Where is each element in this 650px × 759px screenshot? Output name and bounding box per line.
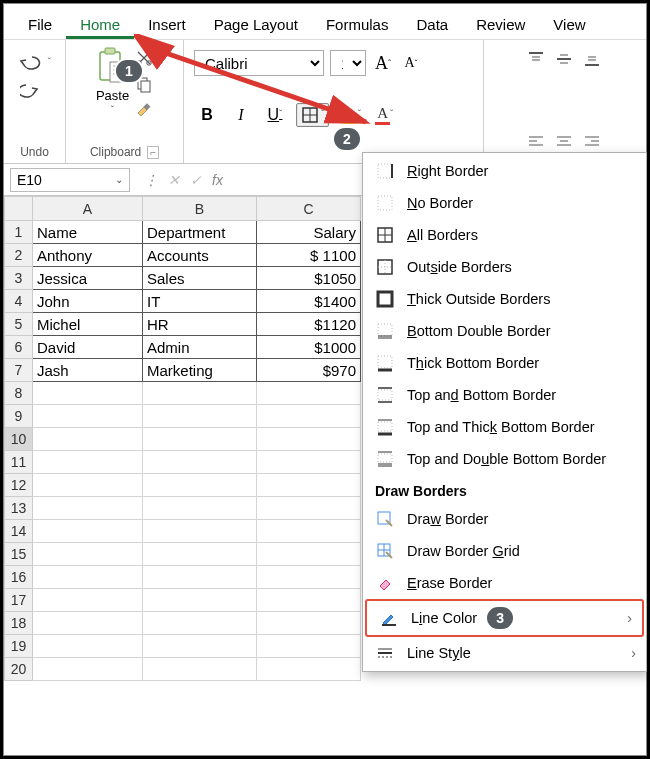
cell[interactable]: Jash [33, 359, 143, 382]
cell[interactable] [33, 382, 143, 405]
paste-label[interactable]: Paste [96, 88, 129, 103]
col-header-c[interactable]: C [257, 197, 361, 221]
italic-button[interactable]: I [228, 102, 254, 128]
col-header-b[interactable]: B [143, 197, 257, 221]
cell[interactable] [257, 589, 361, 612]
menu-top-bottom-border[interactable]: Top and Bottom Border [363, 379, 646, 411]
name-box[interactable]: E10 ⌄ [10, 168, 130, 192]
cell[interactable] [143, 405, 257, 428]
menu-bottom-double-border[interactable]: Bottom Double Border [363, 315, 646, 347]
row-header[interactable]: 12 [5, 474, 33, 497]
increase-font-icon[interactable]: Aˆ [372, 52, 394, 74]
tab-review[interactable]: Review [462, 10, 539, 39]
align-bottom-icon[interactable] [583, 50, 603, 70]
tab-pagelayout[interactable]: Page Layout [200, 10, 312, 39]
underline-button[interactable]: U ˇ [262, 102, 288, 128]
font-color-button[interactable]: A ˇ [371, 102, 397, 128]
align-left-icon[interactable] [527, 133, 547, 153]
menu-no-border[interactable]: No Border [363, 187, 646, 219]
cell[interactable] [33, 612, 143, 635]
menu-top-double-bottom-border[interactable]: Top and Double Bottom Border [363, 443, 646, 475]
row-header[interactable]: 7 [5, 359, 33, 382]
cell[interactable] [143, 497, 257, 520]
row-header[interactable]: 1 [5, 221, 33, 244]
undo-button[interactable]: ˇ [17, 52, 53, 72]
cell[interactable] [143, 474, 257, 497]
cell[interactable]: $ 1100 [257, 244, 361, 267]
cell[interactable] [143, 566, 257, 589]
bold-button[interactable]: B [194, 102, 220, 128]
cell[interactable] [33, 520, 143, 543]
row-header[interactable]: 8 [5, 382, 33, 405]
tab-data[interactable]: Data [402, 10, 462, 39]
cell[interactable]: Department [143, 221, 257, 244]
cell[interactable] [257, 451, 361, 474]
cell[interactable] [33, 658, 143, 681]
cell[interactable] [257, 566, 361, 589]
cell[interactable] [257, 543, 361, 566]
redo-button[interactable] [17, 80, 53, 100]
cell[interactable] [143, 428, 257, 451]
clipboard-launcher[interactable]: ⌐ [147, 146, 159, 159]
align-top-icon[interactable] [527, 50, 547, 70]
cell[interactable]: David [33, 336, 143, 359]
cell[interactable] [143, 635, 257, 658]
col-header-a[interactable]: A [33, 197, 143, 221]
cell[interactable] [257, 474, 361, 497]
cell[interactable] [33, 405, 143, 428]
format-painter-icon[interactable] [134, 100, 154, 120]
cancel-formula-icon[interactable]: ✕ [168, 172, 180, 188]
menu-thick-outside-borders[interactable]: Thick Outside Borders [363, 283, 646, 315]
cell[interactable]: $1120 [257, 313, 361, 336]
tab-home[interactable]: Home [66, 10, 134, 39]
row-header[interactable]: 6 [5, 336, 33, 359]
row-header[interactable]: 4 [5, 290, 33, 313]
paste-dropdown[interactable]: ˇ [111, 105, 114, 116]
menu-draw-border-grid[interactable]: Draw Border Grid [363, 535, 646, 567]
cell[interactable] [257, 658, 361, 681]
cell[interactable]: John [33, 290, 143, 313]
cell[interactable] [143, 612, 257, 635]
enter-formula-icon[interactable]: ✓ [190, 172, 202, 188]
borders-dropdown-icon[interactable]: ˇ [321, 109, 324, 120]
row-header[interactable]: 9 [5, 405, 33, 428]
cell[interactable] [33, 543, 143, 566]
tab-formulas[interactable]: Formulas [312, 10, 403, 39]
cell[interactable] [143, 382, 257, 405]
tab-view[interactable]: View [539, 10, 599, 39]
font-size-select[interactable]: 11 [330, 50, 366, 76]
fill-color-button[interactable]: ˇ [337, 102, 363, 128]
menu-line-color[interactable]: Line Color 3 › [365, 599, 644, 637]
cell[interactable]: Marketing [143, 359, 257, 382]
menu-line-style[interactable]: Line Style › [363, 637, 646, 669]
row-header[interactable]: 17 [5, 589, 33, 612]
cell[interactable] [33, 497, 143, 520]
cell[interactable] [143, 543, 257, 566]
cell[interactable] [257, 497, 361, 520]
align-right-icon[interactable] [583, 133, 603, 153]
cell[interactable] [257, 428, 361, 451]
cell[interactable] [33, 474, 143, 497]
cell[interactable]: HR [143, 313, 257, 336]
cell[interactable] [143, 520, 257, 543]
cell[interactable] [33, 451, 143, 474]
formula-more-icon[interactable]: ⋮ [144, 172, 158, 188]
cell[interactable] [257, 382, 361, 405]
menu-right-border[interactable]: Right Border [363, 155, 646, 187]
row-header[interactable]: 20 [5, 658, 33, 681]
borders-button[interactable]: ˇ [296, 103, 329, 127]
menu-all-borders[interactable]: All Borders [363, 219, 646, 251]
cell[interactable]: Michel [33, 313, 143, 336]
cell[interactable] [257, 635, 361, 658]
cell[interactable] [33, 566, 143, 589]
cell[interactable]: Anthony [33, 244, 143, 267]
cell[interactable]: Accounts [143, 244, 257, 267]
menu-top-thick-bottom-border[interactable]: Top and Thick Bottom Border [363, 411, 646, 443]
menu-draw-border[interactable]: Draw Border [363, 503, 646, 535]
align-center-icon[interactable] [555, 133, 575, 153]
cell[interactable] [143, 589, 257, 612]
row-header[interactable]: 2 [5, 244, 33, 267]
row-header[interactable]: 13 [5, 497, 33, 520]
cell[interactable]: $970 [257, 359, 361, 382]
row-header[interactable]: 11 [5, 451, 33, 474]
